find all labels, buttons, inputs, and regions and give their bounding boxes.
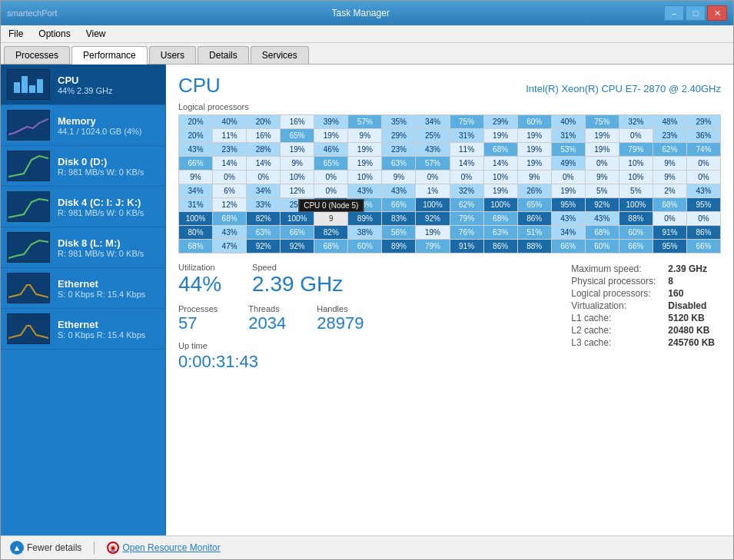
maximize-button[interactable]: □	[686, 5, 706, 21]
tab-services[interactable]: Services	[251, 46, 309, 64]
cpu-cell: 79%	[416, 240, 449, 253]
cpu-cell: 20%	[179, 115, 212, 128]
cpu-cell: 36%	[687, 129, 720, 142]
cpu-cell: 68%	[484, 143, 517, 156]
sidebar-item-cpu[interactable]: CPU 44% 2.39 GHz	[1, 65, 165, 105]
cpu-cell: 43%	[382, 184, 415, 197]
cpu-cell: 68%	[179, 240, 212, 253]
cpu-cell: 60%	[619, 226, 653, 239]
virtualization-value: Disabled	[662, 300, 721, 312]
cpu-cell: 92%	[416, 212, 449, 225]
cpu-cell: 49%	[552, 157, 585, 170]
speed-label: Speed	[252, 263, 343, 272]
utilization-value: 44%	[178, 272, 221, 297]
eth1-label: Ethernet	[58, 278, 145, 290]
cpu-cell: 57%	[416, 157, 449, 170]
tab-users[interactable]: Users	[149, 46, 196, 64]
sidebar-item-memory[interactable]: Memory 44.1 / 1024.0 GB (4%)	[1, 105, 165, 146]
cpu-cell: 32%	[619, 115, 653, 128]
sidebar-item-disk4[interactable]: Disk 4 (C: I: J: K:) R: 981 MB/s W: 0 KB…	[1, 187, 165, 227]
cpu-grid: 20%40%20%16%39%57%35%34%75%29%60%40%75%3…	[178, 114, 721, 253]
cpu-cell: 62%	[450, 198, 483, 211]
cpu-cell: 60%	[518, 115, 551, 128]
detail-panel: CPU Intel(R) Xeon(R) CPU E7- 2870 @ 2.40…	[166, 65, 733, 535]
cpu-cell: 23%	[382, 143, 415, 156]
l2-cache-value: 20480 KB	[662, 324, 721, 336]
close-button[interactable]: ✕	[707, 5, 727, 21]
virtualization-label: Virtualization:	[565, 300, 662, 312]
bottom-bar: ▲ Fewer details ◉ Open Resource Monitor	[1, 535, 733, 559]
disk0-sublabel: R: 981 MB/s W: 0 KB/s	[58, 167, 144, 177]
cpu-cell: 34%	[416, 115, 449, 128]
cpu-cell: 19%	[518, 143, 551, 156]
tab-performance[interactable]: Performance	[71, 46, 148, 65]
cpu-cell: 56%	[382, 226, 415, 239]
cpu-cell: 100%	[619, 198, 653, 211]
cpu-cell: 91%	[653, 226, 686, 239]
cpu-cell: 0%	[247, 171, 280, 184]
cpu-cell: 0%	[416, 171, 449, 184]
uptime-value: 0:00:31:43	[178, 352, 364, 372]
cpu-cell: 63%	[382, 157, 415, 170]
menu-options[interactable]: Options	[34, 27, 75, 41]
uptime-label: Up time	[178, 341, 364, 350]
eth2-info: Ethernet S: 0 Kbps R: 15.4 Kbps	[58, 319, 145, 340]
minimize-button[interactable]: –	[664, 5, 684, 21]
disk4-info: Disk 4 (C: I: J: K:) R: 981 MB/s W: 0 KB…	[58, 197, 144, 217]
cpu-cell: 10%	[484, 171, 517, 184]
sidebar-item-eth2[interactable]: Ethernet S: 0 Kbps R: 15.4 Kbps	[1, 309, 165, 350]
cpu-cell: 20%	[247, 115, 280, 128]
sidebar-item-eth1[interactable]: Ethernet S: 0 Kbps R: 15.4 Kbps	[1, 268, 165, 309]
cpu-cell: 12%	[213, 198, 246, 211]
task-manager-window: smartechPort Task Manager – □ ✕ File Opt…	[0, 0, 734, 560]
cpu-cell: 9%	[281, 157, 314, 170]
cpu-cell: 9%	[179, 171, 212, 184]
cpu-cell: 19%	[484, 184, 517, 197]
cpu-cell: 68%	[314, 240, 347, 253]
cpu-cell: 57%	[348, 115, 381, 128]
cpu-cell: 43%	[213, 226, 246, 239]
cpu-cell: 0%	[687, 171, 720, 184]
cpu-cell: 60%	[348, 240, 381, 253]
bottom-separator	[94, 542, 95, 554]
tab-processes[interactable]: Processes	[4, 46, 70, 64]
cpu-cell: 0%	[653, 212, 686, 225]
cpu-cell: 79%	[450, 212, 483, 225]
cpu-cell: 19%	[416, 226, 449, 239]
cpu-cell: 68%	[213, 212, 246, 225]
tab-details[interactable]: Details	[198, 46, 249, 64]
cpu-cell: 89%	[348, 212, 381, 225]
handles-block: Handles 28979	[317, 304, 364, 333]
sidebar-item-disk0[interactable]: Disk 0 (D:) R: 981 MB/s W: 0 KB/s	[1, 146, 165, 187]
threads-label: Threads	[248, 304, 286, 313]
eth1-sublabel: S: 0 Kbps R: 15.4 Kbps	[58, 290, 145, 299]
cpu-cell: 1%	[416, 184, 449, 197]
sidebar-item-disk8[interactable]: Disk 8 (L: M:) R: 981 MB/s W: 0 KB/s	[1, 227, 165, 268]
open-resource-monitor-button[interactable]: ◉ Open Resource Monitor	[107, 542, 220, 554]
menu-view[interactable]: View	[81, 27, 111, 41]
eth2-icon	[7, 313, 50, 344]
cpu-cell: 66%	[179, 157, 212, 170]
cpu-cell: 34%	[552, 226, 585, 239]
detail-header: CPU Intel(R) Xeon(R) CPU E7- 2870 @ 2.40…	[178, 74, 721, 98]
cpu-cell: 80%	[179, 226, 212, 239]
window-title: Task Manager	[57, 8, 664, 18]
cpu-cell: 0%	[586, 157, 619, 170]
fewer-details-button[interactable]: ▲ Fewer details	[10, 541, 81, 555]
disk0-label: Disk 0 (D:)	[58, 156, 144, 167]
max-speed-value: 2.39 GHz	[662, 263, 721, 275]
cpu-cell: 43%	[687, 184, 720, 197]
cpu-cell: 19%	[314, 129, 347, 142]
cpu-cell: 65%	[518, 198, 551, 211]
disk4-icon	[7, 191, 50, 222]
utilization-block: Utilization 44%	[178, 263, 221, 297]
sidebar: CPU 44% 2.39 GHz Memory 44.1 / 1024.0 GB…	[1, 65, 166, 535]
cpu-cell: 75%	[450, 115, 483, 128]
memory-label: Memory	[58, 115, 141, 127]
cpu-cell: 95%	[552, 198, 585, 211]
cpu-cell: 32%	[450, 184, 483, 197]
eth2-label: Ethernet	[58, 319, 145, 330]
menu-file[interactable]: File	[4, 27, 28, 41]
cpu-cell: 6%	[213, 184, 246, 197]
cpu-cell: 62%	[653, 143, 686, 156]
